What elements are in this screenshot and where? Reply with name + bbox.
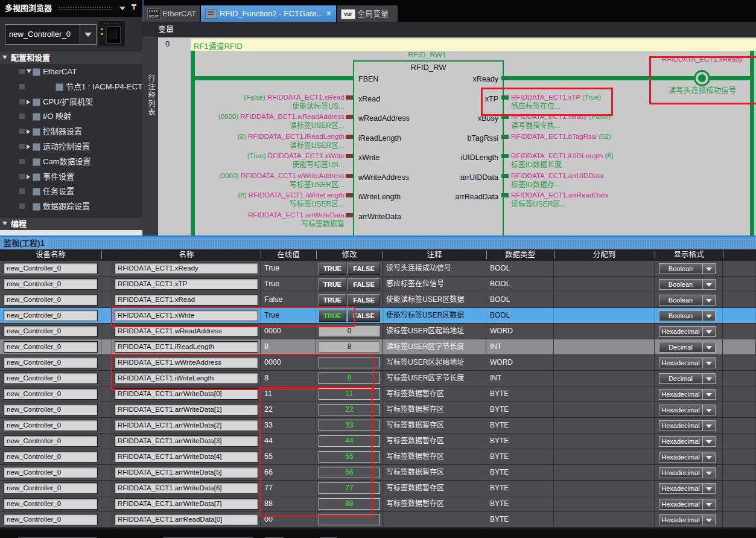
- watch-title-bar[interactable]: 监视(工程)1: [0, 237, 756, 249]
- fbd-canvas[interactable]: 0 RF1通道RFID RFID_RW1 RFID_RW FBENxReadwR…: [158, 37, 756, 235]
- device-name-field[interactable]: new_Controller_0: [4, 373, 98, 384]
- variable-name-field[interactable]: RFIDDATA_ECT1.xRead: [115, 294, 258, 306]
- variable-name-field[interactable]: RFIDDATA_ECT1.arrWriteData[3]: [115, 435, 258, 447]
- chevron-down-icon[interactable]: [702, 327, 715, 336]
- variable-name-field[interactable]: RFIDDATA_ECT1.arrWriteData[4]: [115, 451, 258, 463]
- device-name-field[interactable]: new_Controller_0: [4, 294, 98, 306]
- table-row[interactable]: new_Controller_0RFIDDATA_ECT1.xReadFalse…: [0, 292, 756, 308]
- device-name-field[interactable]: new_Controller_0: [4, 514, 98, 525]
- tree-item--[interactable]: 运动控制设置: [0, 139, 142, 153]
- chevron-down-icon[interactable]: [702, 437, 715, 446]
- variable-name-field[interactable]: RFIDDATA_ECT1.iReadLength: [115, 341, 258, 353]
- display-format-select[interactable]: Hexadecimal: [659, 483, 716, 494]
- pin-icon[interactable]: [132, 4, 136, 12]
- device-name-field[interactable]: new_Controller_0: [4, 435, 98, 447]
- device-name-field[interactable]: new_Controller_0: [4, 388, 98, 400]
- section-programming[interactable]: 编程: [0, 217, 142, 230]
- expand-icon[interactable]: [27, 144, 30, 149]
- display-format-select[interactable]: Boolean: [659, 263, 716, 274]
- table-row[interactable]: new_Controller_0RFIDDATA_ECT1.arrWriteDa…: [0, 465, 756, 481]
- chevron-down-icon[interactable]: [702, 389, 715, 399]
- table-row[interactable]: new_Controller_0RFIDDATA_ECT1.arrWriteDa…: [0, 496, 756, 512]
- tree-item--[interactable]: 任务设置: [0, 184, 142, 198]
- display-format-select[interactable]: Decimal: [659, 342, 716, 353]
- set-true-button[interactable]: TRUE: [319, 263, 346, 275]
- chevron-down-icon[interactable]: [702, 421, 715, 431]
- table-row[interactable]: new_Controller_0RFIDDATA_ECT1.arrReadDat…: [0, 512, 756, 528]
- chevron-down-icon[interactable]: [702, 499, 715, 509]
- chevron-down-icon[interactable]: [702, 405, 715, 415]
- modify-value-field[interactable]: 44: [319, 435, 380, 447]
- modify-value-field[interactable]: 0: [319, 325, 380, 337]
- table-row[interactable]: new_Controller_0RFIDDATA_ECT1.iWriteLeng…: [0, 371, 756, 386]
- device-name-field[interactable]: new_Controller_0: [4, 498, 98, 510]
- chevron-down-icon[interactable]: [702, 374, 715, 383]
- tree-item--[interactable]: 事件设置: [0, 170, 142, 184]
- variable-name-field[interactable]: RFIDDATA_ECT1.xWrite: [115, 310, 258, 321]
- tree-item-cpu-[interactable]: CPU/扩展机架: [0, 95, 142, 109]
- rung-comment-bar[interactable]: RF1通道RFID: [191, 39, 756, 51]
- chevron-down-icon[interactable]: [702, 280, 715, 289]
- device-name-field[interactable]: new_Controller_0: [4, 310, 98, 321]
- chevron-down-icon[interactable]: [702, 311, 715, 321]
- display-format-select[interactable]: Hexadecimal: [659, 326, 716, 337]
- set-false-button[interactable]: FALSE: [348, 263, 380, 275]
- collapse-icon[interactable]: [27, 69, 31, 73]
- modify-value-field[interactable]: [319, 357, 380, 368]
- variable-name-field[interactable]: RFIDDATA_ECT1.wReadAddress: [115, 325, 258, 337]
- tree-item--1-iacm-p4-ect-e00[interactable]: 节点1 : IACM-P4-ECT (E00: [0, 80, 142, 94]
- table-row[interactable]: new_Controller_0RFIDDATA_ECT1.iReadLengt…: [0, 339, 756, 355]
- modify-value-field[interactable]: 66: [319, 467, 380, 478]
- device-name-field[interactable]: new_Controller_0: [4, 482, 98, 494]
- expand-icon[interactable]: [27, 175, 30, 179]
- modify-value-field[interactable]: [319, 514, 380, 525]
- display-format-select[interactable]: Boolean: [659, 310, 716, 321]
- display-format-select[interactable]: Hexadecimal: [659, 357, 716, 368]
- variable-name-field[interactable]: RFIDDATA_ECT1.arrWriteData[1]: [115, 404, 258, 415]
- modify-value-field[interactable]: 77: [319, 482, 380, 494]
- chevron-down-icon[interactable]: [702, 358, 715, 368]
- display-format-select[interactable]: Hexadecimal: [659, 436, 716, 447]
- modify-value-field[interactable]: 8: [319, 373, 380, 384]
- tab-ethercat[interactable]: ECAT EtherCAT: [144, 5, 200, 22]
- variable-name-field[interactable]: RFIDDATA_ECT1.xTP: [115, 278, 258, 290]
- modify-value-field[interactable]: 22: [319, 404, 380, 415]
- row-comment-list-strip[interactable]: 行注释列表: [142, 38, 158, 235]
- table-row[interactable]: new_Controller_0RFIDDATA_ECT1.arrWriteDa…: [0, 418, 756, 434]
- table-row[interactable]: new_Controller_0RFIDDATA_ECT1.xTPTrueTRU…: [0, 277, 756, 292]
- variable-name-field[interactable]: RFIDDATA_ECT1.xReady: [115, 263, 258, 274]
- set-true-button[interactable]: TRUE: [319, 278, 346, 290]
- variable-name-field[interactable]: RFIDDATA_ECT1.wWriteAddress: [115, 357, 258, 368]
- modify-value-field[interactable]: 55: [319, 451, 380, 463]
- tab-close-icon[interactable]: ×: [326, 5, 331, 22]
- table-row[interactable]: new_Controller_0RFIDDATA_ECT1.xWriteTrue…: [0, 308, 756, 324]
- expand-icon[interactable]: [27, 100, 30, 104]
- explorer-menu-caret-icon[interactable]: [119, 7, 125, 10]
- device-name-field[interactable]: new_Controller_0: [4, 467, 98, 478]
- set-true-button[interactable]: TRUE: [319, 310, 346, 322]
- set-false-button[interactable]: FALSE: [348, 278, 380, 290]
- table-row[interactable]: new_Controller_0RFIDDATA_ECT1.arrWriteDa…: [0, 449, 756, 465]
- chevron-down-icon[interactable]: [702, 452, 715, 462]
- controller-select-caret-icon[interactable]: [80, 25, 96, 44]
- device-name-field[interactable]: new_Controller_0: [4, 263, 98, 274]
- display-format-select[interactable]: Hexadecimal: [659, 467, 716, 478]
- tree-item--[interactable]: 数据跟踪设置: [0, 199, 142, 213]
- section-config-settings[interactable]: 配置和设置: [0, 51, 142, 64]
- chevron-down-icon[interactable]: [702, 342, 715, 352]
- tree-item-ethercat[interactable]: EtherCAT: [0, 65, 142, 78]
- variable-name-field[interactable]: RFIDDATA_ECT1.arrWriteData[7]: [115, 498, 258, 510]
- variable-name-field[interactable]: RFIDDATA_ECT1.arrWriteData[2]: [115, 420, 258, 431]
- table-row[interactable]: new_Controller_0RFIDDATA_ECT1.arrWriteDa…: [0, 481, 756, 496]
- display-format-select[interactable]: Boolean: [659, 279, 716, 290]
- chevron-down-icon[interactable]: [702, 484, 715, 493]
- set-false-button[interactable]: FALSE: [348, 294, 380, 306]
- chevron-down-icon[interactable]: [702, 295, 715, 305]
- device-name-field[interactable]: new_Controller_0: [4, 357, 98, 368]
- tree-item-i-o-[interactable]: I/O 映射: [0, 109, 142, 123]
- chevron-down-icon[interactable]: [702, 515, 715, 525]
- modify-value-field[interactable]: 33: [319, 420, 380, 431]
- variable-name-field[interactable]: RFIDDATA_ECT1.arrReadData[0]: [115, 514, 258, 525]
- display-format-select[interactable]: Boolean: [659, 295, 716, 306]
- tab-global-variables[interactable]: var 全局变量: [337, 5, 398, 22]
